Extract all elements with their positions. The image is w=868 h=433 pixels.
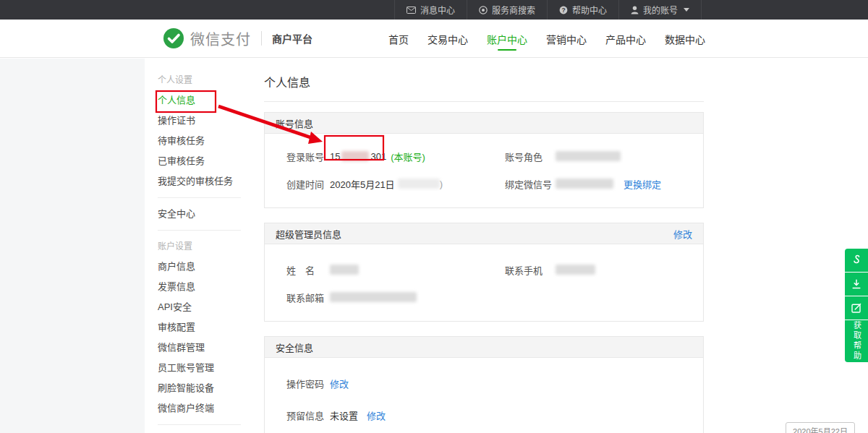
masked-value: [398, 179, 440, 189]
nav-transaction-center[interactable]: 交易中心: [427, 26, 468, 51]
reserved-info-status: 未设置: [330, 408, 358, 422]
reserved-info-label: 预留信息: [286, 408, 330, 422]
security-info-card-header: 安全信息: [265, 337, 703, 358]
wechat-pay-logo-icon: [163, 27, 184, 49]
left-gutter: [0, 59, 145, 433]
sidebar-item-staff-account-management[interactable]: 员工账号管理: [145, 358, 250, 378]
masked-value: [341, 151, 369, 161]
edit-admin-link[interactable]: 修改: [673, 227, 692, 241]
sidebar-item-my-submitted-tasks[interactable]: 我提交的审核任务: [145, 171, 250, 192]
masked-value: [556, 151, 621, 161]
admin-name-label: 姓 名: [286, 263, 330, 277]
topbar-item-service-provider-search[interactable]: 服务商搜索: [467, 0, 547, 20]
download-button[interactable]: [845, 273, 868, 296]
contact-phone-label: 联系手机: [505, 263, 556, 277]
topbar-item-label: 服务商搜索: [492, 4, 535, 16]
help-icon: ?: [559, 6, 568, 14]
super-admin-card-header: 超级管理员信息 修改: [265, 223, 703, 244]
edit-reserved-info-link[interactable]: 修改: [367, 408, 386, 422]
account-info-card: 账号信息 登录账号 15 301 (本账号) 账号角色: [264, 112, 704, 208]
sidebar-divider: [158, 424, 241, 425]
sidebar-item-wechat-group-management[interactable]: 微信群管理: [145, 338, 250, 358]
topbar-item-label: 消息中心: [420, 4, 455, 16]
created-time-value: 2020年5月21日 ): [330, 177, 443, 191]
sidebar-item-merchant-info[interactable]: 商户信息: [145, 257, 250, 277]
operation-password-label: 操作密码: [286, 377, 330, 390]
edit-password-link[interactable]: 修改: [330, 377, 349, 390]
feedback-button[interactable]: [845, 296, 868, 320]
get-help-label: 获取帮助: [853, 321, 861, 361]
topbar-item-my-account[interactable]: 我的账号: [618, 0, 702, 20]
title-divider: [264, 101, 704, 102]
sidebar-divider: [158, 230, 241, 231]
sidebar-item-face-smart-devices[interactable]: 刷脸智能设备: [145, 378, 250, 398]
security-info-card: 安全信息 操作密码 修改 预留信息 未设置 修改 预留信息是由你自己设置的一段文…: [264, 336, 704, 433]
topbar-item-message-center[interactable]: 消息中心: [394, 0, 467, 20]
account-info-card-header: 账号信息: [265, 113, 703, 134]
current-account-note: (本账号): [391, 150, 425, 163]
brand: 微信支付 商户平台: [163, 27, 312, 49]
sidebar-item-personal-info[interactable]: 个人信息: [145, 90, 250, 111]
sidebar-divider: [158, 197, 241, 198]
masked-value: [556, 179, 613, 189]
svg-text:?: ?: [561, 7, 565, 14]
topbar: 消息中心 服务商搜索 ? 帮助中心 我的账号: [0, 0, 868, 20]
sidebar: 个人设置 个人信息 操作证书 待审核任务 已审核任务 我提交的审核任务 安全中心…: [145, 59, 250, 433]
sidebar-item-reviewed-tasks[interactable]: 已审核任务: [145, 151, 250, 171]
page-title: 个人信息: [264, 73, 868, 90]
masked-value: [330, 265, 359, 275]
sidebar-item-wechat-merchant-terminal[interactable]: 微信商户终端: [145, 398, 250, 419]
user-icon: [631, 6, 639, 14]
sidebar-group-account-settings: 账户设置: [145, 236, 250, 257]
nav-account-center[interactable]: 账户中心: [487, 26, 527, 51]
nav-marketing-center[interactable]: 营销中心: [546, 26, 587, 51]
chevron-down-icon: [684, 8, 689, 12]
contact-email-label: 联系邮箱: [286, 291, 330, 304]
download-icon: [851, 279, 861, 289]
sidebar-item-review-config[interactable]: 审核配置: [145, 317, 250, 338]
topbar-item-help-center[interactable]: ? 帮助中心: [547, 0, 618, 20]
nav-home[interactable]: 首页: [388, 26, 409, 51]
nav-product-center[interactable]: 产品中心: [605, 26, 646, 51]
card-title: 超级管理员信息: [276, 227, 341, 241]
sidebar-item-invoice-info[interactable]: 发票信息: [145, 277, 250, 297]
card-title: 账号信息: [276, 116, 313, 130]
sidebar-item-operation-certificate[interactable]: 操作证书: [145, 111, 250, 131]
sidebar-item-api-security[interactable]: API安全: [145, 297, 250, 317]
main-content: 个人信息 账号信息 登录账号 15 301 (本账号) 账号角色: [250, 59, 868, 433]
header: 微信支付 商户平台 首页 交易中心 账户中心 营销中心 产品中心 数据中心: [0, 20, 868, 58]
login-account-label: 登录账号: [286, 150, 330, 163]
sidebar-item-pending-review-tasks[interactable]: 待审核任务: [145, 131, 250, 151]
login-account-value: 15 301 (本账号): [330, 150, 425, 163]
created-time-label: 创建时间: [286, 177, 330, 191]
masked-value: [330, 292, 417, 302]
topbar-item-label: 帮助中心: [572, 4, 607, 16]
hotline-button[interactable]: [845, 249, 868, 272]
bound-wechat-label: 绑定微信号: [505, 177, 556, 191]
brand-divider: [261, 31, 262, 46]
date-tooltip: 2020年5月22日: [786, 422, 855, 433]
mail-icon: [407, 7, 416, 14]
portal-name: 商户平台: [272, 31, 312, 46]
rebind-wechat-link[interactable]: 更换绑定: [624, 177, 661, 191]
sidebar-item-security-center[interactable]: 安全中心: [145, 204, 250, 224]
get-help-button[interactable]: 获取帮助: [845, 320, 868, 362]
account-role-label: 账号角色: [505, 150, 556, 163]
card-title: 安全信息: [276, 340, 313, 354]
super-admin-card: 超级管理员信息 修改 姓 名 联系手机 联系邮箱: [264, 223, 704, 322]
floating-help-panel: 获取帮助: [845, 249, 868, 363]
main-nav: 首页 交易中心 账户中心 营销中心 产品中心 数据中心: [388, 26, 705, 51]
masked-value: [556, 265, 595, 275]
search-icon: [479, 6, 488, 14]
topbar-item-label: 我的账号: [643, 4, 678, 16]
feedback-icon: [851, 303, 861, 313]
nav-data-center[interactable]: 数据中心: [665, 26, 705, 51]
sidebar-group-personal-settings: 个人设置: [145, 70, 250, 90]
brand-name: 微信支付: [190, 28, 251, 49]
hotline-icon: [851, 254, 861, 266]
